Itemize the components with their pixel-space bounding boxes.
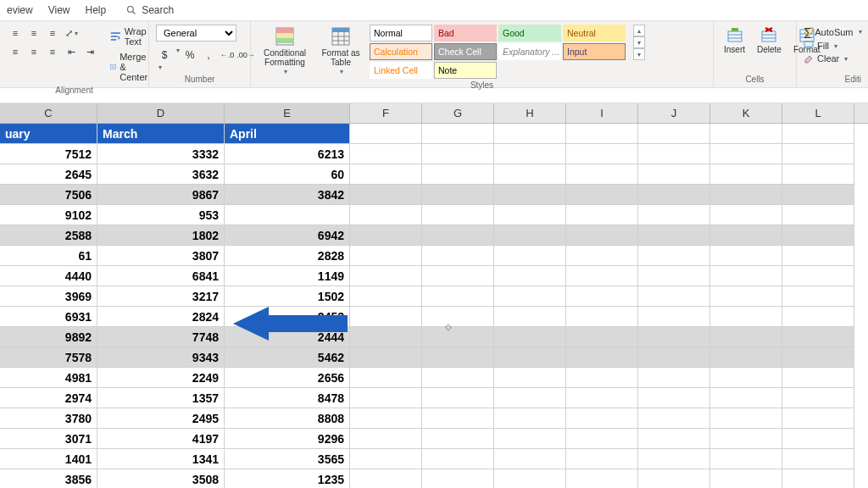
cell-I-8[interactable] — [566, 307, 638, 327]
style-linked-cell[interactable]: Linked Cell — [370, 62, 432, 79]
cell-E-5[interactable]: 2828 — [225, 246, 350, 266]
cell-D-12[interactable]: 1357 — [97, 388, 225, 408]
cell-H-5[interactable] — [494, 246, 566, 266]
scroll-down-icon[interactable]: ▾ — [633, 36, 645, 48]
cell-C-14[interactable]: 3071 — [0, 429, 97, 449]
cell-J-3[interactable] — [638, 205, 710, 225]
cell-C-0[interactable]: 7512 — [0, 144, 97, 164]
cell-G-3[interactable] — [422, 205, 494, 225]
cell-I-0[interactable] — [566, 144, 638, 164]
cell-I-2[interactable] — [566, 185, 638, 205]
align-right-button[interactable]: ≡ — [44, 43, 61, 60]
cell-H-6[interactable] — [494, 266, 566, 286]
align-left-button[interactable]: ≡ — [7, 43, 24, 60]
cell-F-14[interactable] — [350, 429, 422, 449]
cell-K[interactable] — [710, 124, 782, 144]
cell-E-7[interactable]: 1502 — [225, 286, 350, 307]
cell-L-12[interactable] — [782, 388, 854, 408]
cell-G-10[interactable] — [422, 347, 494, 368]
style-input[interactable]: Input — [563, 43, 626, 60]
cell-K-10[interactable] — [710, 347, 782, 368]
cell-G-11[interactable] — [422, 368, 494, 388]
tab-view[interactable]: View — [48, 4, 70, 16]
cell-I-10[interactable] — [566, 347, 638, 368]
cell-E-12[interactable]: 8478 — [225, 388, 350, 408]
increase-indent-button[interactable]: ⇥ — [81, 43, 98, 60]
cell-L-10[interactable] — [782, 347, 854, 368]
style-explanatory-[interactable]: Explanatory ... — [498, 43, 561, 60]
column-header-J[interactable]: J — [638, 103, 710, 123]
cell-F-7[interactable] — [350, 286, 422, 307]
cell-C-3[interactable]: 9102 — [0, 205, 97, 225]
align-center-button[interactable]: ≡ — [25, 43, 42, 60]
cell-L-1[interactable] — [782, 164, 854, 185]
column-header-L[interactable]: L — [782, 103, 854, 123]
cell-D-13[interactable]: 2495 — [97, 408, 225, 429]
cell-I-13[interactable] — [566, 408, 638, 429]
cell-H-4[interactable] — [494, 225, 566, 246]
cell-D-15[interactable]: 1341 — [97, 449, 225, 469]
cell-D-1[interactable]: 3632 — [97, 164, 225, 185]
cell-G[interactable] — [422, 124, 494, 144]
cell-F-8[interactable] — [350, 307, 422, 327]
cell-L-14[interactable] — [782, 429, 854, 449]
cell-C-16[interactable]: 3856 — [0, 469, 97, 488]
cell-J-16[interactable] — [638, 469, 710, 488]
cell-F-9[interactable] — [350, 327, 422, 347]
cell-L-2[interactable] — [782, 185, 854, 205]
percent-format-button[interactable]: % — [181, 47, 198, 64]
cell-G-2[interactable] — [422, 185, 494, 205]
cell-H-1[interactable] — [494, 164, 566, 185]
clear-button[interactable]: Clear ▾ — [804, 53, 848, 64]
cell-K-16[interactable] — [710, 469, 782, 488]
cell-C-9[interactable]: 9892 — [0, 327, 97, 347]
cell-K-1[interactable] — [710, 164, 782, 185]
cell-H-9[interactable] — [494, 327, 566, 347]
cell-E-10[interactable]: 5462 — [225, 347, 350, 368]
cell-G-15[interactable] — [422, 449, 494, 469]
cell-styles-gallery[interactable]: NormalBadGoodNeutralCalculationCheck Cel… — [370, 25, 626, 79]
cell-I-4[interactable] — [566, 225, 638, 246]
cell-I-6[interactable] — [566, 266, 638, 286]
style-good[interactable]: Good — [498, 25, 561, 42]
cell-L-3[interactable] — [782, 205, 854, 225]
cell-D-3[interactable]: 953 — [97, 205, 225, 225]
cell-H[interactable] — [494, 124, 566, 144]
cell-L-8[interactable] — [782, 307, 854, 327]
cell-G-13[interactable] — [422, 408, 494, 429]
column-header-I[interactable]: I — [566, 103, 638, 123]
cell-F-11[interactable] — [350, 368, 422, 388]
conditional-formatting-button[interactable]: Conditional Formatting ▾ — [258, 25, 312, 78]
cell-L-9[interactable] — [782, 327, 854, 347]
cell-H-7[interactable] — [494, 286, 566, 307]
orientation-button[interactable]: ⤢▾ — [63, 25, 80, 42]
cell-G-12[interactable] — [422, 388, 494, 408]
cell-J-15[interactable] — [638, 449, 710, 469]
comma-format-button[interactable]: , — [200, 47, 217, 64]
worksheet-grid[interactable]: CDEFGHIJKL uaryMarchApril751233326213264… — [0, 103, 868, 488]
cell-E-0[interactable]: 6213 — [225, 144, 350, 164]
cell-D-9[interactable]: 7748 — [97, 327, 225, 347]
cell-H-13[interactable] — [494, 408, 566, 429]
cell-K-2[interactable] — [710, 185, 782, 205]
cell-F-10[interactable] — [350, 347, 422, 368]
cell-H-2[interactable] — [494, 185, 566, 205]
cell-I-14[interactable] — [566, 429, 638, 449]
cell-D-14[interactable]: 4197 — [97, 429, 225, 449]
cell-J-13[interactable] — [638, 408, 710, 429]
cell-L-5[interactable] — [782, 246, 854, 266]
cell-C-5[interactable]: 61 — [0, 246, 97, 266]
cell-J-6[interactable] — [638, 266, 710, 286]
cell-I-12[interactable] — [566, 388, 638, 408]
cell-G-7[interactable] — [422, 286, 494, 307]
cell-D-4[interactable]: 1802 — [97, 225, 225, 246]
cell-K-5[interactable] — [710, 246, 782, 266]
style-bad[interactable]: Bad — [434, 25, 497, 42]
cell-E-15[interactable]: 3565 — [225, 449, 350, 469]
cell-F-5[interactable] — [350, 246, 422, 266]
cell-G-0[interactable] — [422, 144, 494, 164]
cell-D-7[interactable]: 3217 — [97, 286, 225, 307]
column-headers[interactable]: CDEFGHIJKL — [0, 103, 868, 124]
cell-H-16[interactable] — [494, 469, 566, 488]
style-calculation[interactable]: Calculation — [370, 43, 432, 60]
